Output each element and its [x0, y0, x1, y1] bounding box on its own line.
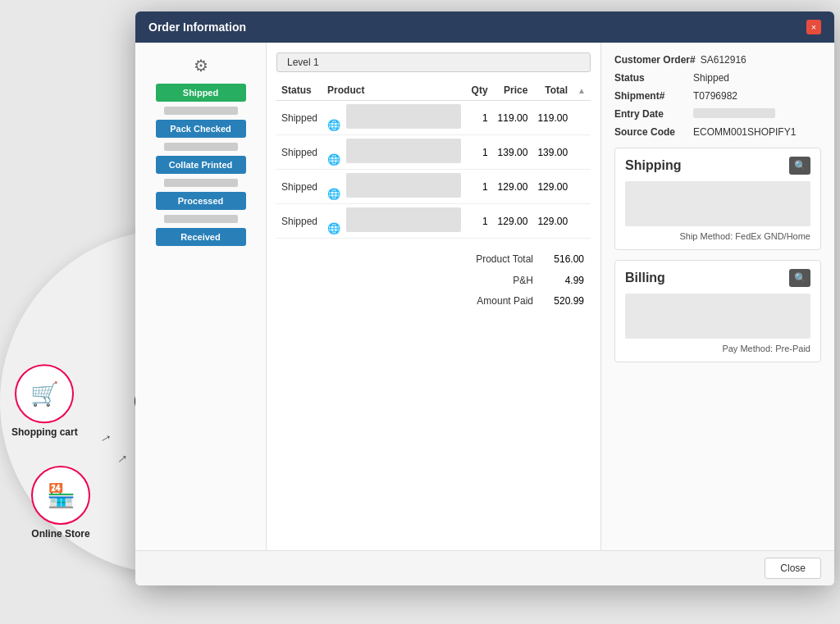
- workflow-bar-1: [164, 107, 238, 115]
- product-image-placeholder: [346, 173, 461, 198]
- shipment-row: Shipment# T0796982: [614, 90, 821, 102]
- customer-order-value: SA612916: [701, 54, 746, 66]
- row-scroll-spacer: [573, 135, 591, 170]
- customer-order-label: Customer Order#: [614, 54, 696, 66]
- entry-date-row: Entry Date: [614, 108, 821, 120]
- order-information-modal: Order Information × ⚙ Shipped Pack Check…: [135, 11, 834, 585]
- close-button[interactable]: Close: [765, 558, 821, 579]
- billing-address-placeholder: [625, 294, 810, 339]
- table-row: Shipped 🌐 1 119.00 119.00: [276, 101, 591, 135]
- order-totals: Product Total 516.00 P&H 4.99 Amount Pai…: [276, 248, 591, 313]
- order-panel: Level 1 Status Product Qty Price Total ▲: [267, 43, 600, 550]
- globe-icon: 🌐: [327, 119, 340, 131]
- shipping-card: Shipping 🔍 Ship Method: FedEx GND/Home: [614, 148, 821, 250]
- row-scroll-spacer: [573, 204, 591, 239]
- globe-icon: 🌐: [327, 222, 340, 235]
- shipping-card-header: Shipping 🔍: [625, 157, 810, 175]
- billing-card-title: Billing: [625, 271, 665, 285]
- col-scroll: ▲: [573, 80, 591, 101]
- product-total-label: Product Total: [471, 250, 538, 270]
- row-price: 139.00: [493, 135, 533, 170]
- row-status: Shipped: [276, 135, 322, 170]
- row-price: 119.00: [493, 101, 533, 135]
- row-product: 🌐: [322, 204, 466, 239]
- workflow-panel: ⚙ Shipped Pack Checked Collate Printed P…: [135, 43, 267, 550]
- modal-close-x-button[interactable]: ×: [806, 20, 821, 34]
- row-product: 🌐: [322, 101, 466, 135]
- shopping-cart-icon: 🛒: [15, 364, 74, 423]
- info-panel: Customer Order# SA612916 Status Shipped …: [600, 43, 834, 550]
- arrow-right1: →: [95, 427, 116, 449]
- received-button[interactable]: Received: [156, 228, 246, 246]
- source-code-value: ECOMM001SHOPIFY1: [693, 126, 796, 138]
- row-total: 129.00: [532, 170, 573, 204]
- row-total: 139.00: [532, 135, 573, 170]
- collate-printed-button[interactable]: Collate Printed: [156, 156, 246, 174]
- status-value: Shipped: [693, 72, 729, 84]
- billing-card-header: Billing 🔍: [625, 269, 810, 287]
- col-total: Total: [532, 80, 573, 101]
- col-product: Product: [322, 80, 466, 101]
- row-price: 129.00: [493, 204, 533, 239]
- ph-value: 4.99: [540, 271, 589, 291]
- status-row: Status Shipped: [614, 72, 821, 84]
- row-qty: 1: [467, 101, 493, 135]
- pack-checked-button[interactable]: Pack Checked: [156, 120, 246, 138]
- source-code-label: Source Code: [614, 126, 688, 138]
- col-qty: Qty: [467, 80, 493, 101]
- modal-header: Order Information ×: [135, 11, 834, 43]
- amount-paid-value: 520.99: [540, 292, 589, 312]
- processed-button[interactable]: Processed: [156, 192, 246, 210]
- row-scroll-spacer: [573, 170, 591, 204]
- table-row: Shipped 🌐 1 129.00 129.00: [276, 204, 591, 239]
- shipping-card-title: Shipping: [625, 158, 681, 173]
- globe-icon: 🌐: [327, 188, 340, 200]
- entry-date-label: Entry Date: [614, 108, 688, 120]
- col-price: Price: [493, 80, 533, 101]
- shipment-value: T0796982: [693, 90, 737, 102]
- row-total: 129.00: [532, 204, 573, 239]
- source-code-row: Source Code ECOMM001SHOPIFY1: [614, 126, 821, 138]
- gear-icon: ⚙: [194, 56, 208, 75]
- shipping-search-button[interactable]: 🔍: [789, 157, 810, 175]
- row-status: Shipped: [276, 204, 322, 239]
- workflow-bar-3: [164, 179, 238, 187]
- row-status: Shipped: [276, 101, 322, 135]
- billing-card: Billing 🔍 Pay Method: Pre-Paid: [614, 260, 821, 362]
- row-qty: 1: [467, 170, 493, 204]
- modal-title: Order Information: [148, 20, 246, 34]
- globe-icon: 🌐: [327, 153, 340, 166]
- modal-footer: Close: [135, 550, 834, 585]
- customer-order-row: Customer Order# SA612916: [614, 54, 821, 66]
- product-image-placeholder: [346, 139, 461, 163]
- ph-label: P&H: [471, 271, 538, 291]
- row-status: Shipped: [276, 170, 322, 204]
- online-store-icon: 🏪: [31, 466, 90, 525]
- shopping-cart-label: Shopping cart: [11, 426, 78, 440]
- workflow-bar-2: [164, 143, 238, 151]
- arrow-up-right: →: [111, 448, 133, 471]
- online-store-label: Online Store: [31, 528, 89, 541]
- row-qty: 1: [467, 135, 493, 170]
- table-row: Shipped 🌐 1 139.00 139.00: [276, 135, 591, 170]
- row-total: 119.00: [532, 101, 573, 135]
- pay-method: Pay Method: Pre-Paid: [625, 344, 810, 353]
- amount-paid-label: Amount Paid: [471, 292, 538, 312]
- col-status: Status: [276, 80, 322, 101]
- product-total-value: 516.00: [540, 250, 589, 270]
- row-price: 129.00: [493, 170, 533, 204]
- billing-search-button[interactable]: 🔍: [789, 269, 810, 287]
- product-image-placeholder: [346, 104, 461, 129]
- order-table: Status Product Qty Price Total ▲ Shipped…: [276, 80, 591, 239]
- modal-body: ⚙ Shipped Pack Checked Collate Printed P…: [135, 43, 834, 550]
- row-product: 🌐: [322, 135, 466, 170]
- row-qty: 1: [467, 204, 493, 239]
- entry-date-value-bar: [693, 108, 775, 118]
- shipment-label: Shipment#: [614, 90, 688, 102]
- shipping-method: Ship Method: FedEx GND/Home: [625, 231, 810, 241]
- shipping-address-placeholder: [625, 181, 810, 226]
- product-image-placeholder: [346, 207, 461, 232]
- status-label: Status: [614, 72, 688, 84]
- row-scroll-spacer: [573, 101, 591, 135]
- shipped-button[interactable]: Shipped: [156, 84, 246, 102]
